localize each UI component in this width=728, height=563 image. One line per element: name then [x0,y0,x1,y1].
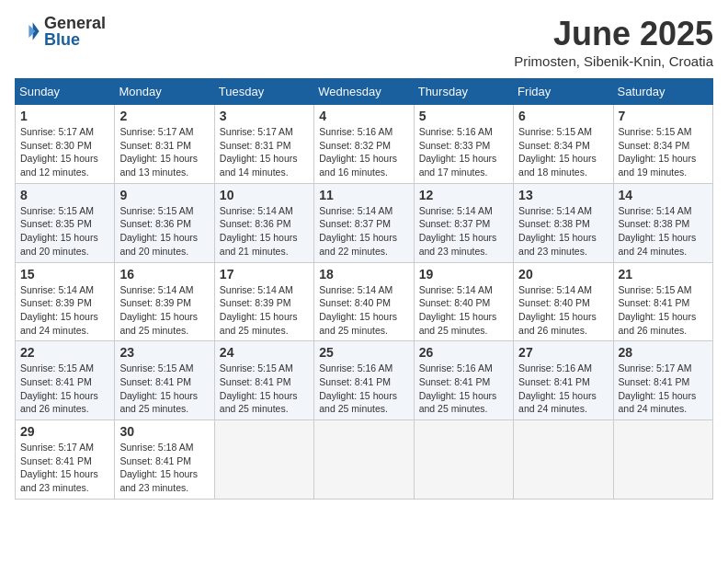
weekday-header-tuesday: Tuesday [214,79,313,105]
calendar-week-row: 15 Sunrise: 5:14 AM Sunset: 8:39 PM Dayl… [16,262,713,341]
calendar-day-cell: 19 Sunrise: 5:14 AM Sunset: 8:40 PM Dayl… [414,262,513,341]
day-info: Sunrise: 5:15 AM Sunset: 8:35 PM Dayligh… [20,204,109,259]
day-number: 3 [220,109,309,123]
calendar-empty-cell [314,420,414,500]
day-info: Sunrise: 5:15 AM Sunset: 8:41 PM Dayligh… [220,362,309,416]
calendar-day-cell: 27 Sunrise: 5:16 AM Sunset: 8:41 PM Dayl… [514,341,613,420]
day-info: Sunrise: 5:16 AM Sunset: 8:41 PM Dayligh… [518,362,608,416]
day-info: Sunrise: 5:16 AM Sunset: 8:41 PM Dayligh… [419,362,508,416]
calendar-week-row: 8 Sunrise: 5:15 AM Sunset: 8:35 PM Dayli… [16,183,713,262]
calendar-day-cell: 11 Sunrise: 5:14 AM Sunset: 8:37 PM Dayl… [314,183,414,262]
day-number: 30 [119,424,209,439]
day-info: Sunrise: 5:17 AM Sunset: 8:30 PM Dayligh… [20,125,109,179]
calendar-day-cell: 22 Sunrise: 5:15 AM Sunset: 8:41 PM Dayl… [16,341,115,420]
day-info: Sunrise: 5:18 AM Sunset: 8:41 PM Dayligh… [119,441,209,495]
day-info: Sunrise: 5:15 AM Sunset: 8:34 PM Dayligh… [518,125,608,179]
logo-icon [15,18,40,44]
calendar-week-row: 29 Sunrise: 5:17 AM Sunset: 8:41 PM Dayl… [16,420,713,500]
weekday-header-saturday: Saturday [613,79,712,105]
calendar-day-cell: 9 Sunrise: 5:15 AM Sunset: 8:36 PM Dayli… [115,183,214,262]
day-number: 8 [20,188,109,202]
day-number: 24 [220,345,309,360]
calendar-day-cell: 18 Sunrise: 5:14 AM Sunset: 8:40 PM Dayl… [314,262,414,341]
weekday-header-wednesday: Wednesday [314,79,414,105]
title-block: June 2025 Primosten, Sibenik-Knin, Croat… [514,15,713,69]
page-header: General Blue June 2025 Primosten, Sibeni… [15,15,713,69]
day-info: Sunrise: 5:14 AM Sunset: 8:39 PM Dayligh… [20,283,109,338]
day-info: Sunrise: 5:14 AM Sunset: 8:40 PM Dayligh… [319,283,408,338]
day-number: 27 [518,345,608,360]
calendar-day-cell: 21 Sunrise: 5:15 AM Sunset: 8:41 PM Dayl… [613,262,712,341]
weekday-header-friday: Friday [514,79,613,105]
day-info: Sunrise: 5:17 AM Sunset: 8:31 PM Dayligh… [220,125,309,179]
day-info: Sunrise: 5:15 AM Sunset: 8:36 PM Dayligh… [119,204,209,259]
calendar-day-cell: 25 Sunrise: 5:16 AM Sunset: 8:41 PM Dayl… [314,341,414,420]
day-number: 22 [20,345,109,360]
calendar-day-cell: 5 Sunrise: 5:16 AM Sunset: 8:33 PM Dayli… [414,105,513,184]
day-info: Sunrise: 5:14 AM Sunset: 8:40 PM Dayligh… [518,283,608,338]
day-number: 11 [319,188,408,202]
calendar-day-cell: 6 Sunrise: 5:15 AM Sunset: 8:34 PM Dayli… [514,105,613,184]
calendar-day-cell: 12 Sunrise: 5:14 AM Sunset: 8:37 PM Dayl… [414,183,513,262]
calendar-day-cell: 4 Sunrise: 5:16 AM Sunset: 8:32 PM Dayli… [314,105,414,184]
day-info: Sunrise: 5:17 AM Sunset: 8:41 PM Dayligh… [20,441,109,495]
day-info: Sunrise: 5:14 AM Sunset: 8:37 PM Dayligh… [419,204,508,259]
calendar-empty-cell [214,420,313,500]
calendar-day-cell: 23 Sunrise: 5:15 AM Sunset: 8:41 PM Dayl… [115,341,214,420]
day-number: 26 [419,345,508,360]
calendar-day-cell: 29 Sunrise: 5:17 AM Sunset: 8:41 PM Dayl… [16,420,115,500]
day-info: Sunrise: 5:15 AM Sunset: 8:41 PM Dayligh… [119,362,209,416]
weekday-header-thursday: Thursday [414,79,513,105]
day-number: 23 [119,345,209,360]
day-info: Sunrise: 5:16 AM Sunset: 8:32 PM Dayligh… [319,125,408,179]
day-number: 5 [419,109,508,123]
logo-general: General [44,15,106,31]
location-title: Primosten, Sibenik-Knin, Croatia [514,53,713,69]
calendar: SundayMondayTuesdayWednesdayThursdayFrid… [15,78,713,500]
calendar-day-cell: 2 Sunrise: 5:17 AM Sunset: 8:31 PM Dayli… [115,105,214,184]
day-info: Sunrise: 5:14 AM Sunset: 8:39 PM Dayligh… [220,283,309,338]
weekday-header-monday: Monday [115,79,214,105]
calendar-day-cell: 7 Sunrise: 5:15 AM Sunset: 8:34 PM Dayli… [613,105,712,184]
day-number: 16 [119,267,209,282]
calendar-day-cell: 24 Sunrise: 5:15 AM Sunset: 8:41 PM Dayl… [214,341,313,420]
day-info: Sunrise: 5:15 AM Sunset: 8:41 PM Dayligh… [619,283,708,338]
day-number: 21 [619,267,708,282]
logo-text: General Blue [44,15,106,48]
calendar-day-cell: 14 Sunrise: 5:14 AM Sunset: 8:38 PM Dayl… [613,183,712,262]
day-number: 18 [319,267,408,282]
day-number: 29 [20,424,109,439]
day-number: 14 [619,188,708,202]
day-info: Sunrise: 5:17 AM Sunset: 8:41 PM Dayligh… [619,362,708,416]
calendar-week-row: 1 Sunrise: 5:17 AM Sunset: 8:30 PM Dayli… [16,105,713,184]
day-number: 7 [619,109,708,123]
day-number: 4 [319,109,408,123]
calendar-empty-cell [514,420,613,500]
day-info: Sunrise: 5:15 AM Sunset: 8:41 PM Dayligh… [20,362,109,416]
day-number: 10 [220,188,309,202]
calendar-empty-cell [613,420,712,500]
month-title: June 2025 [514,15,713,53]
day-info: Sunrise: 5:14 AM Sunset: 8:39 PM Dayligh… [119,283,209,338]
calendar-day-cell: 3 Sunrise: 5:17 AM Sunset: 8:31 PM Dayli… [214,105,313,184]
day-info: Sunrise: 5:17 AM Sunset: 8:31 PM Dayligh… [119,125,209,179]
day-number: 15 [20,267,109,282]
day-number: 19 [419,267,508,282]
calendar-day-cell: 8 Sunrise: 5:15 AM Sunset: 8:35 PM Dayli… [16,183,115,262]
calendar-day-cell: 1 Sunrise: 5:17 AM Sunset: 8:30 PM Dayli… [16,105,115,184]
day-number: 9 [119,188,209,202]
day-info: Sunrise: 5:15 AM Sunset: 8:34 PM Dayligh… [619,125,708,179]
day-info: Sunrise: 5:16 AM Sunset: 8:41 PM Dayligh… [319,362,408,416]
calendar-day-cell: 10 Sunrise: 5:14 AM Sunset: 8:36 PM Dayl… [214,183,313,262]
calendar-day-cell: 26 Sunrise: 5:16 AM Sunset: 8:41 PM Dayl… [414,341,513,420]
day-info: Sunrise: 5:16 AM Sunset: 8:33 PM Dayligh… [419,125,508,179]
day-number: 12 [419,188,508,202]
weekday-header-sunday: Sunday [16,79,115,105]
calendar-day-cell: 15 Sunrise: 5:14 AM Sunset: 8:39 PM Dayl… [16,262,115,341]
calendar-week-row: 22 Sunrise: 5:15 AM Sunset: 8:41 PM Dayl… [16,341,713,420]
day-info: Sunrise: 5:14 AM Sunset: 8:38 PM Dayligh… [619,204,708,259]
day-number: 17 [220,267,309,282]
day-info: Sunrise: 5:14 AM Sunset: 8:36 PM Dayligh… [220,204,309,259]
day-number: 25 [319,345,408,360]
day-info: Sunrise: 5:14 AM Sunset: 8:37 PM Dayligh… [319,204,408,259]
